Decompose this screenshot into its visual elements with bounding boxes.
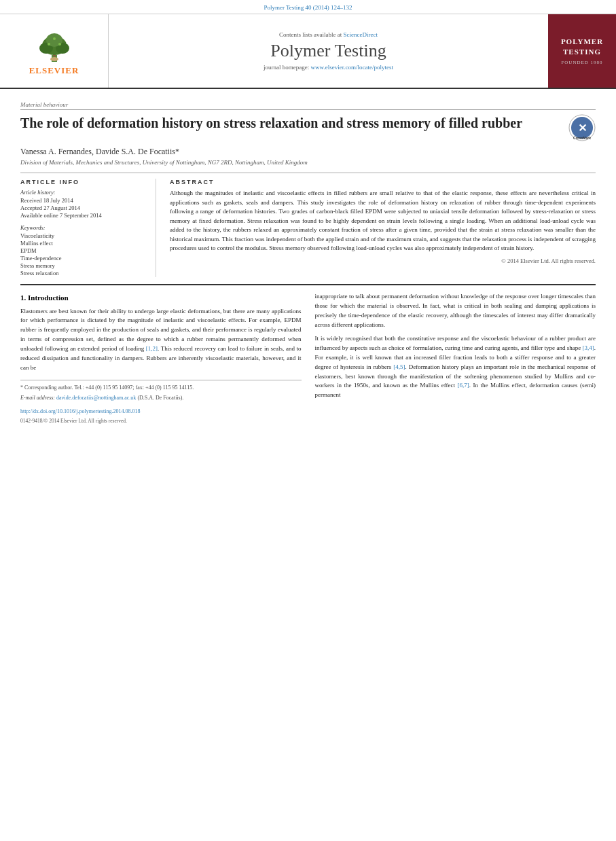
article-title-area: The role of deformation history on stres…	[20, 114, 596, 141]
doi[interactable]: http://dx.doi.org/10.1016/j.polymertesti…	[20, 408, 302, 416]
polymer-testing-badge: POLYMER TESTING FOUNDED 1980	[548, 14, 616, 88]
keyword-5: Stress memory	[20, 262, 145, 269]
journal-title-area: Contents lists available at ScienceDirec…	[109, 14, 548, 88]
keyword-1: Viscoelasticity	[20, 232, 145, 239]
contents-label: Contents lists available at ScienceDirec…	[279, 31, 378, 38]
abstract-title: ABSTRACT	[170, 179, 596, 185]
email-name: (D.S.A. De Focatiis).	[137, 395, 183, 401]
svg-point-7	[58, 43, 61, 46]
available-date: Available online 7 September 2014	[20, 212, 145, 219]
corresponding-note: * Corresponding author. Tel.: +44 (0) 11…	[20, 384, 302, 392]
elsevier-tree-icon	[27, 26, 81, 64]
svg-text:CrossMark: CrossMark	[573, 136, 591, 140]
authors: Vanessa A. Fernandes, Davide S.A. De Foc…	[20, 147, 596, 157]
journal-homepage: journal homepage: www.elsevier.com/locat…	[264, 64, 393, 71]
main-content: Material behaviour The role of deformati…	[0, 89, 616, 431]
body-divider	[20, 284, 596, 285]
cite-34[interactable]: [3,4]	[583, 344, 594, 351]
keyword-4: Time-dependence	[20, 255, 145, 262]
keywords-label: Keywords:	[20, 224, 145, 231]
issn: 0142-9418/© 2014 Elsevier Ltd. All right…	[20, 417, 302, 425]
svg-point-6	[48, 43, 50, 46]
cite-1[interactable]: [1,2]	[146, 345, 158, 352]
svg-point-9	[50, 57, 58, 61]
homepage-url[interactable]: www.elsevier.com/locate/polytest	[311, 64, 393, 71]
sciencedirect-link[interactable]: ScienceDirect	[344, 31, 378, 38]
keyword-2: Mullins effect	[20, 240, 145, 247]
article-title: The role of deformation history on stres…	[20, 114, 562, 132]
cite-67[interactable]: [6,7]	[458, 382, 469, 389]
copyright: © 2014 Elsevier Ltd. All rights reserved…	[170, 257, 596, 264]
abstract-text: Although the magnitudes of inelastic and…	[170, 189, 596, 253]
info-area: ARTICLE INFO Article history: Received 1…	[20, 179, 596, 277]
history-label: Article history:	[20, 189, 145, 196]
elsevier-logo: ELSEVIER	[27, 26, 81, 76]
badge-title: POLYMER TESTING	[561, 37, 603, 58]
body-col-right: inappropriate to talk about permanent de…	[315, 292, 596, 425]
body-columns: 1. Introduction Elastomers are best know…	[20, 292, 596, 425]
intro-col1-para1: Elastomers are best known for their abil…	[20, 307, 302, 374]
received-date: Received 18 July 2014	[20, 197, 145, 204]
intro-col2-para1: inappropriate to talk about permanent de…	[315, 292, 596, 330]
footnotes: * Corresponding author. Tel.: +44 (0) 11…	[20, 380, 302, 402]
email-note: E-mail address: davide.defocatiis@nottin…	[20, 394, 302, 402]
section-label: Material behaviour	[20, 101, 596, 110]
journal-header: ELSEVIER Contents lists available at Sci…	[0, 14, 616, 89]
top-citation-bar: Polymer Testing 40 (2014) 124–132	[0, 0, 616, 14]
svg-point-8	[53, 37, 56, 40]
article-info: ARTICLE INFO Article history: Received 1…	[20, 179, 156, 277]
keyword-3: EPDM	[20, 247, 145, 254]
badge-subtitle: FOUNDED 1980	[561, 60, 602, 65]
journal-title: Polymer Testing	[270, 41, 386, 61]
body-col-left: 1. Introduction Elastomers are best know…	[20, 292, 302, 425]
email-address[interactable]: davide.defocatiis@nottingham.ac.uk	[56, 395, 136, 401]
publisher-logo-area: ELSEVIER	[0, 14, 109, 88]
abstract-area: ABSTRACT Although the magnitudes of inel…	[170, 179, 596, 277]
keyword-6: Stress relaxation	[20, 270, 145, 276]
cite-45[interactable]: [4,5]	[393, 363, 405, 370]
accepted-date: Accepted 27 August 2014	[20, 204, 145, 211]
citation-text: Polymer Testing 40 (2014) 124–132	[264, 4, 352, 11]
crossmark-icon: ✕ CrossMark	[568, 114, 596, 141]
svg-text:✕: ✕	[578, 122, 587, 134]
elsevier-text: ELSEVIER	[29, 65, 79, 76]
email-label: E-mail address:	[20, 395, 55, 401]
article-info-title: ARTICLE INFO	[20, 179, 145, 185]
keywords-section: Keywords: Viscoelasticity Mullins effect…	[20, 224, 145, 276]
section-divider	[20, 173, 596, 173]
affiliation: Division of Materials, Mechanics and Str…	[20, 159, 596, 166]
intro-title: 1. Introduction	[20, 292, 302, 304]
intro-col2-para2: It is widely recognised that both the co…	[315, 334, 596, 401]
